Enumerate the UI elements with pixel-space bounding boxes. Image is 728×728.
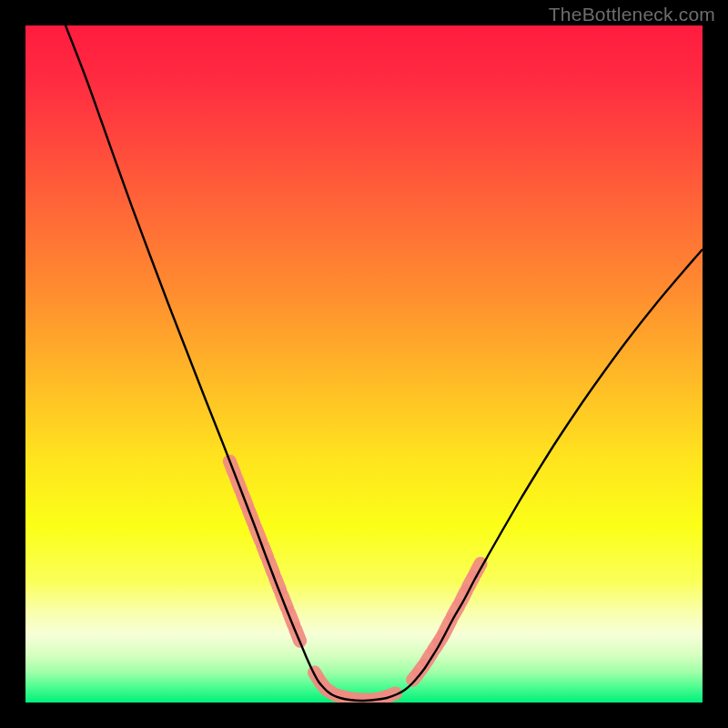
- curve-layer: [25, 25, 703, 703]
- bottleneck-curve: [66, 25, 703, 701]
- marker-layer: [229, 461, 480, 700]
- watermark-label: TheBottleneck.com: [549, 4, 715, 25]
- chart-frame: TheBottleneck.com: [0, 0, 728, 728]
- plot-area: [25, 25, 703, 703]
